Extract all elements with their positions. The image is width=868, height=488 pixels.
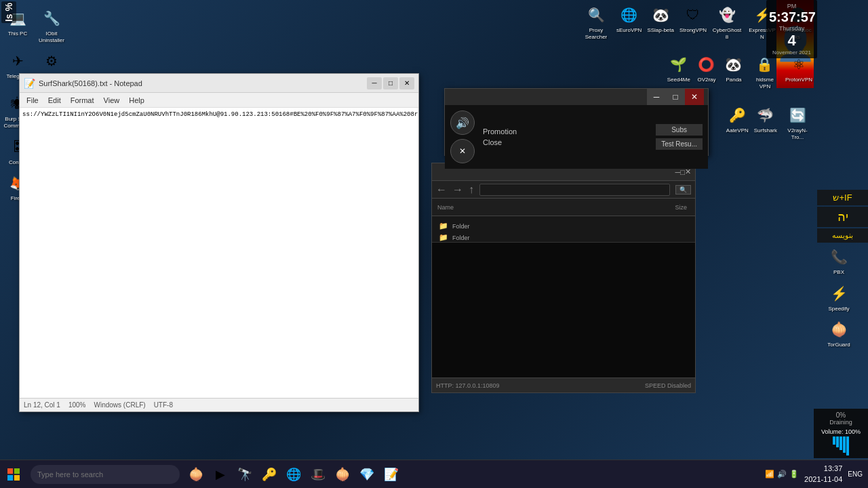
purevpn-icon: 💎 bbox=[359, 467, 374, 482]
notepad-statusbar: Ln 12, Col 1 100% Windows (CRLF) UTF-8 bbox=[20, 398, 418, 411]
vpn-preview-area bbox=[432, 242, 695, 378]
media-labels: Promotion Close bbox=[483, 127, 648, 146]
vpn-back-icon[interactable]: ← bbox=[436, 184, 447, 196]
desktop-icon-surfshark[interactable]: 🦈 Surfshark bbox=[753, 102, 778, 143]
battery-status: Draining bbox=[829, 419, 852, 426]
desktop-icon-speedify[interactable]: ⚡ Speedify bbox=[815, 280, 863, 315]
desktop: Is % 💻 This PC 🔧 IObit Uninstaller ✈ Tel… bbox=[0, 0, 868, 488]
notepad-text-area[interactable]: ss://YWZzLTI1NI1nY2O6V0N1ejd5cmZaU0NRUVh… bbox=[20, 108, 418, 398]
media-controls: 🔊 ✕ bbox=[450, 110, 475, 163]
desktop-icon-aatevpn[interactable]: 🔑 AateVPN bbox=[725, 102, 750, 143]
taskbar-clock[interactable]: 13:37 2021-11-04 bbox=[804, 464, 842, 485]
vpn-list-area[interactable]: 📁Folder 📁Folder 📁Folder 📁Folder 📁Folder … bbox=[432, 216, 695, 242]
desktop-icon-strongvpn[interactable]: 🛡 StrongVPN bbox=[678, 1, 708, 43]
arabic-text-2: بنویسه bbox=[817, 228, 868, 243]
battery-pct: 0% bbox=[836, 411, 846, 419]
start-button[interactable] bbox=[0, 461, 27, 488]
notepad-titlebar[interactable]: 📝 SurfShark(50168).txt - Notepad ─ □ ✕ bbox=[20, 74, 418, 93]
taskbar-date: 2021-11-04 bbox=[804, 474, 842, 485]
notepad-minimize-button[interactable]: ─ bbox=[367, 77, 382, 89]
right-bottom-icons: 📞 PBX ⚡ Speedify 🧅 TorGuard bbox=[814, 242, 868, 352]
desktop-icon-torguard[interactable]: 🧅 TorGuard bbox=[815, 316, 863, 351]
subs-tab[interactable]: Subs bbox=[656, 124, 703, 136]
notepad-close-button[interactable]: ✕ bbox=[399, 77, 414, 89]
notepad-icon: 📝 bbox=[24, 78, 35, 89]
notepad-maximize-button[interactable]: □ bbox=[383, 77, 398, 89]
vpn-column-headers: Name Size bbox=[432, 199, 695, 216]
0and1text-icon: 📝 bbox=[384, 467, 399, 482]
volume-icon[interactable]: 🔊 bbox=[777, 470, 787, 479]
desktop-icon-v2rayn[interactable]: 🔄 V2rayN-Tro... bbox=[781, 102, 814, 143]
desktop-icon-proxy[interactable]: 🔍 Proxy Searcher bbox=[580, 1, 612, 43]
media-titlebar[interactable]: ─ □ ✕ bbox=[445, 89, 708, 105]
taskbar-icon-logintoolz[interactable]: 🔑 bbox=[259, 464, 279, 485]
taskbar-time: 13:37 bbox=[804, 464, 842, 474]
notepad-window-controls: ─ □ ✕ bbox=[367, 77, 414, 89]
media-volume-button[interactable]: 🔊 bbox=[450, 110, 475, 135]
media-close-button[interactable]: ✕ bbox=[685, 89, 704, 105]
folder-icon-2: 📁 bbox=[439, 233, 448, 242]
desktop-icon-iobit[interactable]: 🔧 IObit Uninstaller bbox=[35, 5, 68, 46]
vpn-minimize-button[interactable]: ─ bbox=[675, 168, 681, 176]
taskbar-icon-vega[interactable]: 🔭 bbox=[235, 464, 255, 485]
onionfruit-icon: 🧅 bbox=[335, 467, 350, 482]
vpn-address-bar[interactable] bbox=[479, 184, 670, 196]
notepad-menu-format[interactable]: Format bbox=[66, 95, 98, 106]
notepad-menu-view[interactable]: View bbox=[100, 95, 124, 106]
vpn-search-btn[interactable]: 🔍 bbox=[675, 185, 691, 195]
battery-icon[interactable]: 🔋 bbox=[789, 470, 799, 479]
vpn-folder-1[interactable]: 📁Folder bbox=[436, 220, 691, 232]
clock-time: 5:37:57 bbox=[769, 9, 814, 25]
svg-rect-3 bbox=[14, 474, 20, 480]
notepad-position: Ln 12, Col 1 bbox=[24, 401, 60, 409]
taskbar-icon-vpnhood[interactable]: 🎩 bbox=[308, 464, 328, 485]
desktop-icon-sslap[interactable]: 🐼 SSlap-beta bbox=[646, 1, 675, 43]
hebrew-text: יה bbox=[817, 207, 868, 227]
media-maximize-button[interactable]: □ bbox=[666, 89, 685, 105]
notepad-window: 📝 SurfShark(50168).txt - Notepad ─ □ ✕ F… bbox=[19, 73, 419, 412]
taskbar-icon-torbrowser[interactable]: 🧅 bbox=[186, 464, 206, 485]
vpn-maximize-button[interactable]: □ bbox=[680, 168, 685, 176]
taskbar-icon-iprovpn[interactable]: 🌐 bbox=[283, 464, 304, 485]
iobit-label: IObit Uninstaller bbox=[37, 30, 66, 43]
vpn-http-status: HTTP: 127.0.0.1:10809 bbox=[436, 382, 500, 389]
vpn-up-icon[interactable]: ↑ bbox=[469, 184, 474, 196]
volume-bars bbox=[833, 436, 849, 455]
system-tray: 📶 🔊 🔋 bbox=[765, 470, 799, 479]
svg-rect-2 bbox=[7, 474, 13, 480]
notepad-menu-help[interactable]: Help bbox=[125, 95, 149, 106]
vpn-forward-icon[interactable]: → bbox=[452, 184, 463, 196]
promotion-label: Promotion bbox=[483, 127, 648, 136]
taskbar-search-input[interactable] bbox=[31, 465, 180, 484]
taskbar-icon-kmplayer[interactable]: ▶ bbox=[210, 464, 231, 485]
taskbar-icon-onionfruit[interactable]: 🧅 bbox=[332, 464, 353, 485]
media-close-action-button[interactable]: ✕ bbox=[450, 139, 475, 163]
battery-widget: 0% Draining Volume: 100% bbox=[814, 409, 868, 458]
telegram-icon: ✈ bbox=[7, 50, 28, 72]
notepad-menu-edit[interactable]: Edit bbox=[44, 95, 65, 106]
notepad-title: SurfShark(50168).txt - Notepad bbox=[39, 79, 367, 87]
kmplayer-icon: ▶ bbox=[216, 467, 225, 482]
desktop-icon-cyberghost[interactable]: 👻 CyberGhost 8 bbox=[711, 1, 743, 43]
notepad-menu-file[interactable]: File bbox=[22, 95, 43, 106]
notepad-menubar: File Edit Format View Help bbox=[20, 93, 418, 108]
notepad-encoding: UTF-8 bbox=[154, 401, 173, 409]
taskbar: 🧅 ▶ 🔭 🔑 🌐 🎩 🧅 💎 📝 📶 🔊 🔋 13:37 2021-11-04… bbox=[0, 460, 868, 488]
network-icon[interactable]: 📶 bbox=[765, 470, 774, 479]
notepad-content: ss://YWZzLTI1NI1nY2O6V0N1ejd5cmZaU0NRUVh… bbox=[20, 108, 418, 398]
desktop-icon-pbx[interactable]: 📞 PBX bbox=[815, 243, 863, 279]
arabic-text-1: IF+ש bbox=[817, 190, 868, 205]
desktop-icon-panda[interactable]: 🐼 Panda bbox=[722, 51, 746, 92]
svg-rect-0 bbox=[7, 468, 13, 474]
taskbar-pinned-icons: 🧅 ▶ 🔭 🔑 🌐 🎩 🧅 💎 📝 bbox=[186, 464, 401, 485]
test-resu-tab[interactable]: Test Resu... bbox=[656, 138, 703, 150]
desktop-icon-seed4me[interactable]: 🌱 Seed4Me bbox=[666, 51, 692, 92]
taskbar-icon-0and1text[interactable]: 📝 bbox=[381, 464, 401, 485]
desktop-icon-eurovpn[interactable]: 🌐 sEuroVPN bbox=[615, 1, 643, 43]
media-minimize-button[interactable]: ─ bbox=[647, 89, 666, 105]
taskbar-icon-purevpn[interactable]: 💎 bbox=[357, 464, 377, 485]
vpn-folder-2[interactable]: 📁Folder bbox=[436, 232, 691, 242]
vpn-speed-status: SPEED Disabled bbox=[645, 382, 691, 389]
vpn-toolbar: ← → ↑ 🔍 bbox=[432, 181, 695, 199]
desktop-icon-ov2ray[interactable]: ⭕ OV2ray bbox=[694, 51, 719, 92]
